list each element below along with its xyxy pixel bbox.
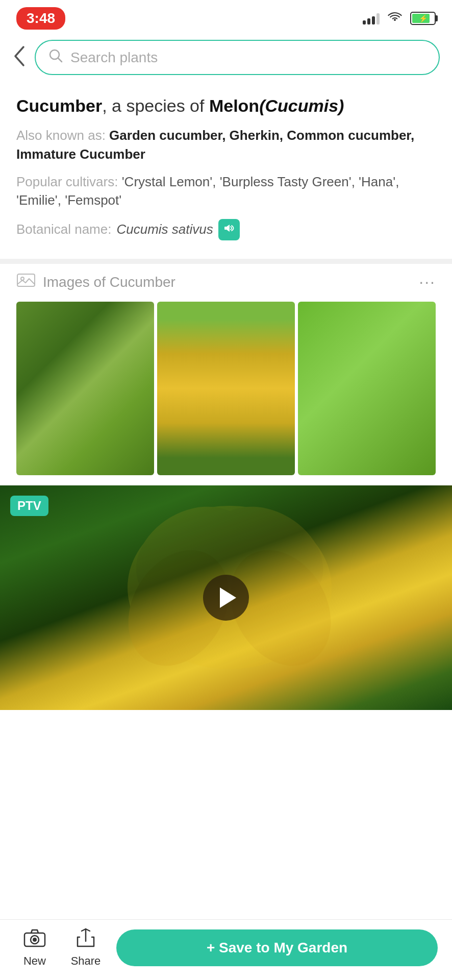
back-button[interactable]: [12, 45, 27, 70]
share-icon: [76, 928, 96, 951]
images-more-button[interactable]: ···: [419, 273, 436, 291]
image-icon: [16, 272, 36, 292]
genus-scientific: (Cucumis): [259, 96, 344, 115]
share-label: Share: [71, 954, 101, 968]
svg-rect-2: [17, 274, 35, 286]
svg-rect-1: [224, 227, 227, 230]
play-button[interactable]: [203, 575, 249, 621]
plant-image-3[interactable]: [298, 302, 436, 475]
status-icons: ⚡: [363, 11, 436, 27]
save-garden-label: + Save to My Garden: [207, 940, 347, 956]
search-bar[interactable]: Search plants: [35, 40, 440, 75]
section-divider: [0, 259, 452, 264]
status-time: 3:48: [16, 7, 65, 30]
images-header-left: Images of Cucumber: [16, 272, 175, 292]
battery-icon: ⚡: [410, 12, 436, 25]
wifi-icon: [387, 11, 403, 27]
also-known: Also known as: Garden cucumber, Gherkin,…: [16, 126, 436, 163]
play-icon: [220, 587, 236, 608]
video-background: PTV: [0, 485, 452, 710]
images-section: Images of Cucumber ···: [0, 272, 452, 475]
save-garden-button[interactable]: + Save to My Garden: [116, 929, 438, 966]
sound-button[interactable]: [218, 219, 240, 240]
svg-point-11: [33, 938, 37, 942]
camera-icon: [23, 928, 46, 951]
genus-name: Melon: [209, 96, 259, 115]
sound-icon: [223, 223, 235, 237]
plant-title: Cucumber, a species of Melon(Cucumis): [16, 94, 436, 117]
video-section[interactable]: PTV: [0, 485, 452, 710]
images-label: Images of Cucumber: [43, 274, 175, 290]
images-header: Images of Cucumber ···: [16, 272, 436, 292]
signal-icon: [363, 12, 380, 24]
status-bar: 3:48 ⚡: [0, 0, 452, 35]
plant-image-2-bg: [157, 302, 295, 475]
species-label: , a species of: [102, 96, 209, 115]
share-button[interactable]: Share: [65, 928, 106, 968]
images-grid: [16, 302, 436, 475]
plant-image-1-bg: [16, 302, 154, 475]
ptv-badge: PTV: [10, 496, 48, 516]
plant-name: Cucumber: [16, 96, 102, 115]
also-known-label: Also known as:: [16, 128, 109, 143]
bottom-bar: New Share + Save to My Garden: [0, 919, 452, 980]
botanical-label: Botanical name:: [16, 222, 111, 237]
new-button[interactable]: New: [14, 928, 55, 968]
plant-image-2[interactable]: [157, 302, 295, 475]
search-section: Search plants: [0, 35, 452, 80]
plant-image-1[interactable]: [16, 302, 154, 475]
search-icon: [48, 48, 63, 67]
new-label: New: [23, 954, 46, 968]
cultivars: Popular cultivars: 'Crystal Lemon', 'Bur…: [16, 173, 436, 210]
plant-image-3-bg: [298, 302, 436, 475]
cultivars-label: Popular cultivars:: [16, 174, 122, 189]
plant-info: Cucumber, a species of Melon(Cucumis) Al…: [0, 80, 452, 251]
botanical: Botanical name: Cucumis sativus: [16, 219, 436, 240]
search-placeholder: Search plants: [70, 50, 158, 66]
botanical-name: Cucumis sativus: [116, 222, 213, 237]
